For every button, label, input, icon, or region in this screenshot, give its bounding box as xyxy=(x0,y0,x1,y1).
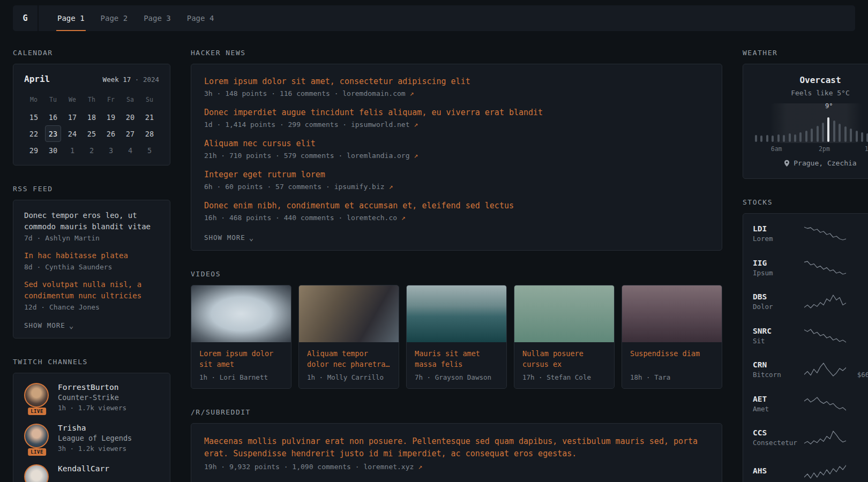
right-column: WEATHER Overcast Feels like 5°C 9° 6am 2… xyxy=(743,49,868,482)
news-item-link[interactable]: Lorem ipsum dolor sit amet, consectetur … xyxy=(204,76,709,87)
news-item: Lorem ipsum dolor sit amet, consectetur … xyxy=(204,76,709,97)
channel-name[interactable]: KendallCarr xyxy=(58,464,109,473)
stock-row[interactable]: CCS Consectetur +0.51% $165.84 xyxy=(753,421,868,455)
stock-row[interactable]: CRN Bitcorn -1.00% $66,171.48 xyxy=(753,353,868,387)
live-badge: LIVE xyxy=(28,408,46,415)
weather-hour-bar xyxy=(822,123,824,142)
rss-item-link[interactable]: Sed volutpat nulla nisl, a condimentum n… xyxy=(24,279,159,302)
navbar: G Page 1 Page 2 Page 3 Page 4 xyxy=(13,5,855,31)
news-item-link[interactable]: Donec imperdiet augue tincidunt felis al… xyxy=(204,107,709,118)
news-domain-link[interactable]: loremtech.co xyxy=(347,214,397,222)
channel-name[interactable]: Trisha xyxy=(58,424,132,432)
stock-symbol: CRN xyxy=(753,360,800,369)
weather-widget: WEATHER Overcast Feels like 5°C 9° 6am 2… xyxy=(743,49,868,179)
stock-row[interactable]: AHS +0.46% xyxy=(753,455,868,482)
chevron-down-icon: ⌄ xyxy=(249,235,254,240)
stock-symbol: AET xyxy=(753,395,800,403)
stock-sparkline xyxy=(804,328,846,344)
video-card[interactable]: Lorem ipsum dolor sit amet consectetu… 1… xyxy=(191,285,291,389)
calendar-dow: We xyxy=(63,92,82,109)
weather-hour-bar xyxy=(850,129,852,142)
video-title-link[interactable]: Lorem ipsum dolor sit amet consectetu… xyxy=(191,342,291,370)
video-card[interactable]: Nullam posuere cursus ex 17h · Stefan Co… xyxy=(514,285,615,389)
stock-row[interactable]: IIG Ipsum +2.84% $42.04 xyxy=(753,251,868,285)
twitch-channel-row[interactable]: KendallCarr xyxy=(24,464,159,482)
stock-row[interactable]: LDI Lorem +4.35% $795.18 xyxy=(753,217,868,251)
stock-row[interactable]: AET Amet +0.92% $499.72 xyxy=(753,387,868,421)
app-logo[interactable]: G xyxy=(13,5,39,31)
tab-page-3[interactable]: Page 3 xyxy=(136,5,179,31)
video-meta: 7h · Grayson Dawson xyxy=(407,370,506,388)
weather-hour-bar xyxy=(789,133,791,142)
tab-page-1[interactable]: Page 1 xyxy=(49,5,93,31)
video-card[interactable]: Aliquam tempor dolor nec pharetra… 1h · … xyxy=(298,285,399,389)
video-title-link[interactable]: Nullam posuere cursus ex xyxy=(514,342,614,370)
video-meta: 1h · Lori Barnett xyxy=(191,370,291,388)
channel-name[interactable]: ForrestBurton xyxy=(58,383,126,391)
news-item-link[interactable]: Aliquam nec cursus elit xyxy=(204,138,709,149)
news-domain-link[interactable]: loremdomain.com xyxy=(342,89,405,97)
subreddit-card: Maecenas mollis pulvinar erat non posuer… xyxy=(191,423,722,482)
news-item-meta: 16h · 468 points · 440 comments · loremt… xyxy=(204,214,709,222)
video-title-link[interactable]: Mauris sit amet massa felis xyxy=(407,342,506,370)
video-title-link[interactable]: Suspendisse diam xyxy=(622,342,722,370)
stock-change: +2.84% xyxy=(850,259,868,267)
news-domain-link[interactable]: ipsumify.biz xyxy=(334,183,385,191)
tab-page-2[interactable]: Page 2 xyxy=(93,5,136,31)
stock-row[interactable]: SNRC Sit +1.36% $148.64 xyxy=(753,319,868,353)
avatar xyxy=(24,464,49,482)
rss-item: Donec tempor eros leo, ut commodo mauris… xyxy=(24,210,159,242)
calendar-day: 22 xyxy=(26,125,42,142)
stock-sparkline xyxy=(804,260,846,276)
news-item-link[interactable]: Integer eget rutrum lorem xyxy=(204,169,709,180)
video-thumbnail xyxy=(622,285,722,342)
news-domain-link[interactable]: ipsumworld.net xyxy=(351,120,410,129)
calendar-widget: CALENDAR April Week 17 · 2024 Mo Tu We T… xyxy=(13,49,170,165)
rss-show-more-button[interactable]: SHOW MORE ⌄ xyxy=(24,321,74,329)
weather-location: Prague, Czechia xyxy=(784,159,856,167)
stock-change: -1.00% xyxy=(850,360,868,369)
stock-name: Dolor xyxy=(753,303,800,311)
weather-hour-bar xyxy=(861,132,863,142)
chevron-down-icon: ⌄ xyxy=(69,323,74,328)
weather-hour-bar xyxy=(811,129,813,142)
stocks-widget: STOCKS LDI Lorem +4.35% $795.18 IIG xyxy=(743,198,868,482)
stock-change: +4.35% xyxy=(850,224,868,233)
channel-meta: 1h · 1.7k viewers xyxy=(58,404,126,412)
reddit-post-meta: 19h · 9,932 points · 1,090 comments · lo… xyxy=(204,463,709,471)
hackernews-widget: HACKER NEWS Lorem ipsum dolor sit amet, … xyxy=(191,49,722,251)
calendar-week-year: Week 17 · 2024 xyxy=(103,76,159,84)
hackernews-show-more-button[interactable]: SHOW MORE ⌄ xyxy=(204,234,254,242)
news-item: Integer eget rutrum lorem 6h · 60 points… xyxy=(204,169,709,191)
news-domain-link[interactable]: loremlandia.org xyxy=(347,152,409,160)
stock-values: +1.36% $148.64 xyxy=(850,327,868,345)
stock-id: SNRC Sit xyxy=(753,327,800,345)
weather-hour-bar xyxy=(777,134,780,142)
reddit-domain-link[interactable]: loremnet.xyz xyxy=(363,463,414,471)
stock-symbol: DBS xyxy=(753,292,800,301)
video-card[interactable]: Suspendisse diam 18h · Tara xyxy=(622,285,722,389)
stock-sparkline xyxy=(804,464,846,480)
calendar-day: 20 xyxy=(122,109,138,125)
video-title-link[interactable]: Aliquam tempor dolor nec pharetra… xyxy=(299,342,399,370)
twitch-channel-row[interactable]: LIVE ForrestBurton Counter-Strike 1h · 1… xyxy=(24,383,159,412)
twitch-channel-row[interactable]: LIVE Trisha League of Legends 3h · 1.2k … xyxy=(24,424,159,453)
calendar-dow: Su xyxy=(140,92,159,109)
video-card[interactable]: Mauris sit amet massa felis 7h · Grayson… xyxy=(406,285,507,389)
calendar-day: 28 xyxy=(141,125,158,142)
reddit-post-link[interactable]: Maecenas mollis pulvinar erat non posuer… xyxy=(204,435,709,460)
stock-sparkline xyxy=(804,293,846,310)
weather-hour-bar xyxy=(844,126,847,142)
stock-row[interactable]: DBS Dolor +1.42% $156.28 xyxy=(753,285,868,319)
calendar-day: 18 xyxy=(84,109,100,125)
external-link-icon: ↗ xyxy=(388,183,393,191)
stock-price: $42.04 xyxy=(850,269,868,277)
rss-item-link[interactable]: Donec tempor eros leo, ut commodo mauris… xyxy=(24,210,159,232)
rss-item-link[interactable]: In hac habitasse platea xyxy=(24,250,159,261)
news-item-link[interactable]: Donec enim nibh, condimentum et accumsan… xyxy=(204,200,709,211)
news-meta-text: 6h · 60 points · 57 comments · xyxy=(204,183,330,191)
stock-id: LDI Lorem xyxy=(753,224,800,243)
calendar-day: 17 xyxy=(64,109,80,125)
tab-page-4[interactable]: Page 4 xyxy=(179,5,222,31)
stock-price: $499.72 xyxy=(850,405,868,413)
